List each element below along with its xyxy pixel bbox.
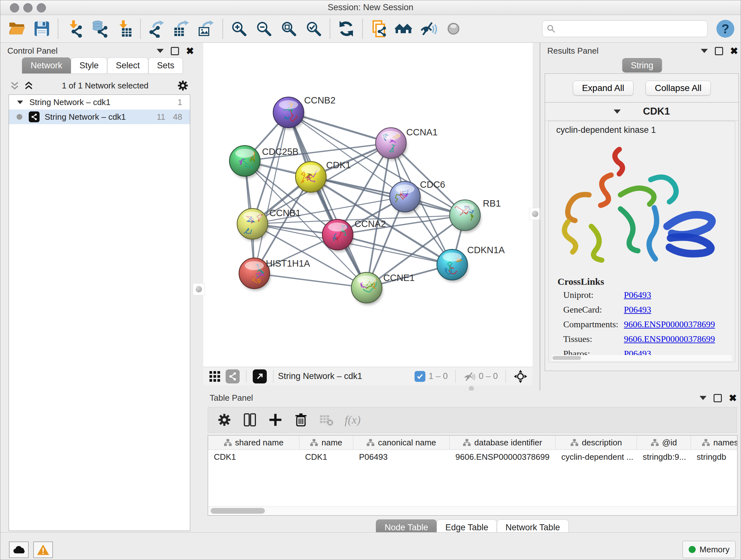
grid-view-icon[interactable] [208,369,222,383]
network-view-icon[interactable] [226,369,240,383]
show-columns-icon[interactable] [243,413,257,427]
node-table[interactable]: shared namenamecanonical namedatabase id… [208,435,738,516]
tab-string[interactable]: String [622,58,662,72]
node-RB1[interactable]: RB1 [450,198,501,233]
node-CCNA1[interactable]: CCNA1 [376,127,437,160]
node-CDKN1A[interactable]: CDKN1A [437,245,505,282]
edge-count: 48 [173,112,182,122]
detach-view-icon[interactable] [253,369,267,383]
cloud-status-button[interactable] [9,542,29,558]
node-HIST1H1A[interactable]: HIST1H1A [239,258,310,291]
refresh-network-button[interactable] [336,18,356,39]
tab-select[interactable]: Select [107,57,148,73]
network-view-toolbar: String Network – cdk1 1 – 0 0 – 0 [203,367,533,385]
column-header-name[interactable]: name [299,435,353,449]
panel-close-icon[interactable]: ✖ [186,46,194,56]
tree-collapse-icon[interactable] [17,100,23,104]
search-input[interactable] [556,23,703,34]
hidden-count: 0 – 0 [479,371,498,381]
import-network-file-button[interactable] [64,18,84,39]
zoom-out-button[interactable] [254,18,274,39]
help-button[interactable]: ? [717,20,734,38]
add-column-icon[interactable] [268,413,283,427]
panel-float-icon[interactable] [171,47,179,55]
node-CDK1[interactable]: CDK1 [295,160,351,194]
network-collection-row[interactable]: String Network – cdk1 1 [9,95,190,110]
birds-eye-view-icon[interactable] [514,369,528,383]
expand-all-button[interactable]: Expand All [573,81,633,96]
table-cell: P06493 [353,450,450,464]
gene-section-header[interactable]: CDK1 [545,103,738,121]
crosslink-link[interactable]: 9606.ENSP00000378699 [624,319,715,329]
toolbar-separator [140,19,141,39]
clone-network-button[interactable] [368,18,389,39]
panel-close-icon[interactable]: ✖ [730,46,738,56]
table-cell: stringdb:9... [637,450,691,464]
collapse-all-button[interactable]: Collapse All [646,81,711,96]
node-CCNA2[interactable]: CCNA2 [322,219,386,252]
panel-menu-icon[interactable] [701,49,708,53]
tab-network[interactable]: Network [22,57,71,73]
tab-sets[interactable]: Sets [148,57,183,73]
open-session-button[interactable] [7,18,27,39]
edge-CCNB2-HIST1H1A[interactable] [254,112,288,273]
gear-icon[interactable] [177,79,189,91]
node-CCNE1[interactable]: CCNE1 [351,272,414,305]
tab-style[interactable]: Style [71,57,107,73]
table-gear-icon[interactable] [217,413,232,427]
column-header-id[interactable]: @id [637,435,691,449]
results-panel-title: Results Panel [547,46,598,56]
crosslink-link[interactable]: P06493 [624,305,651,315]
node-label-CCNA1: CCNA1 [406,127,437,137]
column-header-canonicalname[interactable]: canonical name [353,435,450,449]
memory-button[interactable]: Memory [683,541,736,558]
results-scrollbar[interactable] [552,355,732,361]
panel-close-icon[interactable]: ✖ [729,393,737,403]
node-CCNB1[interactable]: CCNB1 [237,208,300,241]
panel-menu-icon[interactable] [699,396,706,400]
attribute-type-icon [570,438,579,447]
column-header-description[interactable]: description [556,435,637,449]
panel-menu-icon[interactable] [157,49,164,53]
column-header-databaseidentifier[interactable]: database identifier [450,435,556,449]
table-cell: cyclin-dependent ... [556,450,637,464]
attribute-type-icon [651,438,659,447]
network-canvas[interactable]: CCNB2 CCNA1 CDC25B CDK1 CDC6 [203,43,533,367]
import-network-database-button[interactable] [89,18,110,39]
export-network-button[interactable] [146,18,167,39]
column-header-sharedname[interactable]: shared name [208,435,299,449]
export-table-button[interactable] [172,18,192,39]
export-image-button[interactable] [196,18,217,39]
panel-float-icon[interactable] [714,394,722,402]
network-row-selected[interactable]: String Network – cdk1 11 48 [9,110,190,124]
node-CDC25B[interactable]: CDC25B [229,145,298,178]
delete-column-icon[interactable] [293,413,308,427]
crosslink-link[interactable]: 9606.ENSP00000378699 [624,334,715,344]
edge-CCNE1-HIST1H1A[interactable] [254,273,367,288]
zoom-fit-button[interactable] [279,18,299,39]
zoom-in-button[interactable] [229,18,249,39]
hide-glyphs-button[interactable] [418,18,439,39]
selected-checkbox-icon[interactable] [414,371,425,382]
warning-button[interactable] [33,542,53,558]
collapse-all-icon[interactable] [10,81,19,90]
search-box[interactable] [542,20,708,37]
panel-float-icon[interactable] [715,47,723,55]
column-header-namespace[interactable]: namespace [691,435,738,449]
string-query-button[interactable] [394,18,414,39]
network-collection-label: String Network – cdk1 [29,98,111,107]
crosslink-label: Tissues: [563,334,624,344]
clone-network-icon [370,20,388,38]
graphics-details-button[interactable] [443,18,464,39]
table-hscrollbar[interactable] [208,506,737,515]
left-splitter-handle[interactable] [193,283,205,295]
network-graph[interactable]: CCNB2 CCNA1 CDC25B CDK1 CDC6 [203,43,533,367]
collection-count: 1 [178,98,182,107]
expand-all-icon[interactable] [24,81,33,90]
save-session-button[interactable] [31,18,52,39]
zoom-selected-button[interactable] [304,18,324,39]
crosslink-link[interactable]: P06493 [624,290,651,300]
table-row[interactable]: CDK1CDK1P064939606.ENSP00000378699cyclin… [208,450,737,464]
import-table-file-button[interactable] [114,18,134,39]
section-collapse-icon[interactable] [614,110,621,114]
